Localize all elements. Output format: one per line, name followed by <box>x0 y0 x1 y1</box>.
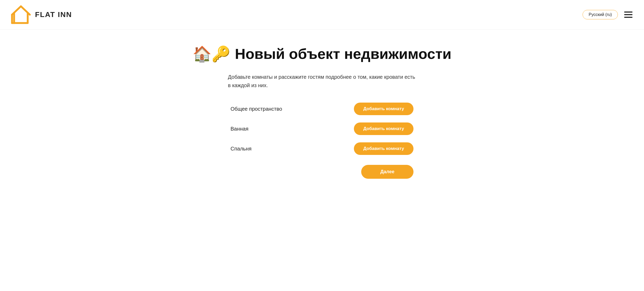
add-room-button-bathroom[interactable]: Добавить комнату <box>354 122 413 135</box>
room-label-bathroom: Ванная <box>231 126 283 132</box>
add-room-button-common[interactable]: Добавить комнату <box>354 103 413 115</box>
logo[interactable]: FLAT INN <box>10 4 72 25</box>
hamburger-line-1 <box>624 12 632 13</box>
room-row-bedroom: Спальня Добавить комнату <box>231 142 413 155</box>
language-button[interactable]: Русский (ru) <box>583 10 618 19</box>
room-label-common: Общее пространство <box>231 106 283 112</box>
house-logo-icon <box>10 4 31 25</box>
room-row-common: Общее пространство Добавить комнату <box>231 103 413 115</box>
next-button[interactable]: Далее <box>361 165 413 179</box>
room-row-bathroom: Ванная Добавить комнату <box>231 122 413 135</box>
header-right: Русский (ru) <box>583 10 634 19</box>
logo-text: FLAT INN <box>35 10 72 19</box>
hamburger-line-3 <box>624 17 632 18</box>
hamburger-menu-button[interactable] <box>623 10 634 19</box>
house-key-icon: 🏠🔑 <box>193 46 230 61</box>
header: FLAT INN Русский (ru) <box>0 0 644 30</box>
room-label-bedroom: Спальня <box>231 146 283 152</box>
page-title: Новый объект недвижимости <box>235 45 452 62</box>
next-btn-area: Далее <box>231 165 413 179</box>
rooms-section: Общее пространство Добавить комнату Ванн… <box>231 103 413 179</box>
hamburger-line-2 <box>624 14 632 15</box>
page-description: Добавьте комнаты и расскажите гостям под… <box>228 73 416 89</box>
main-content: 🏠🔑 Новый объект недвижимости Добавьте ко… <box>0 30 644 200</box>
add-room-button-bedroom[interactable]: Добавить комнату <box>354 142 413 155</box>
page-title-area: 🏠🔑 Новый объект недвижимости <box>193 45 452 62</box>
